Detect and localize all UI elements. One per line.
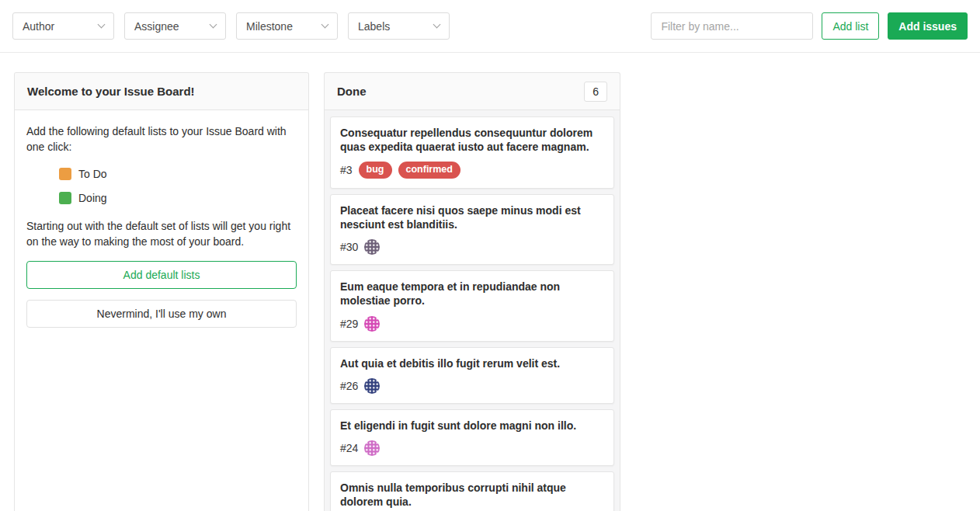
issue-card-footer: #30 [340, 239, 604, 255]
filter-dropdown-milestone[interactable]: Milestone [236, 12, 338, 40]
issue-id: #29 [340, 318, 358, 330]
default-list-item: Doing [59, 190, 297, 206]
issue-board: Welcome to your Issue Board! Add the fol… [0, 53, 980, 511]
issue-id: #30 [340, 241, 358, 253]
filter-by-name-input[interactable] [651, 12, 813, 40]
add-default-lists-button[interactable]: Add default lists [26, 261, 297, 289]
issue-card-footer: #26 [340, 378, 604, 394]
list-color-swatch [59, 192, 71, 204]
default-list-item: To Do [59, 166, 297, 182]
list-name: To Do [78, 166, 107, 182]
nevermind-button[interactable]: Nevermind, I'll use my own [26, 300, 297, 328]
issue-title: Aut quia et debitis illo fugit rerum vel… [340, 356, 604, 370]
board-list-title: Done [337, 85, 367, 98]
board-list-done: Done 6 Consequatur repellendus consequun… [324, 72, 620, 511]
welcome-outro-text: Starting out with the default set of lis… [26, 218, 297, 250]
assignee-avatar[interactable] [364, 316, 380, 332]
chevron-down-icon [321, 21, 329, 29]
issue-card[interactable]: Aut quia et debitis illo fugit rerum vel… [330, 347, 614, 404]
issue-label-bug[interactable]: bug [359, 162, 392, 179]
assignee-avatar[interactable] [364, 440, 380, 456]
welcome-intro-text: Add the following default lists to your … [26, 123, 297, 155]
board-list-header[interactable]: Done 6 [325, 73, 620, 110]
chevron-down-icon [210, 21, 217, 29]
issue-title: Placeat facere nisi quos saepe minus mod… [340, 203, 604, 231]
issue-title: Eum eaque tempora et in repudiandae non … [340, 280, 604, 308]
issue-card[interactable]: Consequatur repellendus consequuntur dol… [330, 116, 614, 189]
issue-count-badge: 6 [584, 82, 607, 102]
issue-label-confirmed[interactable]: confirmed [398, 162, 460, 179]
welcome-panel: Welcome to your Issue Board! Add the fol… [14, 72, 309, 511]
list-name: Doing [78, 190, 107, 206]
issue-title: Omnis nulla temporibus corrupti nihil at… [340, 481, 604, 509]
issue-card[interactable]: Placeat facere nisi quos saepe minus mod… [330, 194, 614, 265]
issue-card-footer: #24 [340, 440, 604, 456]
welcome-panel-header: Welcome to your Issue Board! [15, 73, 308, 110]
filter-dropdown-labels[interactable]: Labels [348, 12, 450, 40]
welcome-panel-title: Welcome to your Issue Board! [27, 85, 195, 98]
welcome-panel-body: Add the following default lists to your … [15, 110, 308, 341]
issue-id: #3 [340, 164, 353, 176]
issue-id: #26 [340, 380, 358, 392]
issue-card[interactable]: Omnis nulla temporibus corrupti nihil at… [330, 471, 614, 511]
issue-title: Et eligendi in fugit sunt dolore magni n… [340, 419, 604, 433]
filter-dropdowns: AuthorAssigneeMilestoneLabels [12, 12, 450, 40]
assignee-avatar[interactable] [364, 378, 380, 394]
filter-dropdown-author[interactable]: Author [12, 12, 114, 40]
add-list-button[interactable]: Add list [822, 12, 879, 40]
filter-dropdown-label: Assignee [134, 20, 179, 33]
issue-card-footer: #3bugconfirmed [340, 162, 604, 179]
chevron-down-icon [98, 21, 106, 29]
issue-id: #24 [340, 442, 358, 454]
filter-dropdown-label: Labels [358, 20, 390, 33]
add-issues-button[interactable]: Add issues [888, 12, 968, 40]
default-lists: To DoDoing [26, 166, 297, 207]
chevron-down-icon [433, 21, 441, 29]
issue-card-footer: #29 [340, 316, 604, 332]
toolbar-actions: Add list Add issues [651, 12, 968, 40]
issue-card[interactable]: Et eligendi in fugit sunt dolore magni n… [330, 409, 614, 466]
list-color-swatch [59, 168, 71, 180]
filter-dropdown-assignee[interactable]: Assignee [124, 12, 226, 40]
assignee-avatar[interactable] [364, 239, 380, 255]
filter-dropdown-label: Milestone [246, 20, 293, 33]
filter-dropdown-label: Author [23, 20, 54, 33]
filter-toolbar: AuthorAssigneeMilestoneLabels Add list A… [0, 0, 980, 53]
issue-card[interactable]: Eum eaque tempora et in repudiandae non … [330, 270, 614, 341]
issue-card-list[interactable]: Consequatur repellendus consequuntur dol… [325, 110, 620, 511]
issue-title: Consequatur repellendus consequuntur dol… [340, 126, 604, 154]
